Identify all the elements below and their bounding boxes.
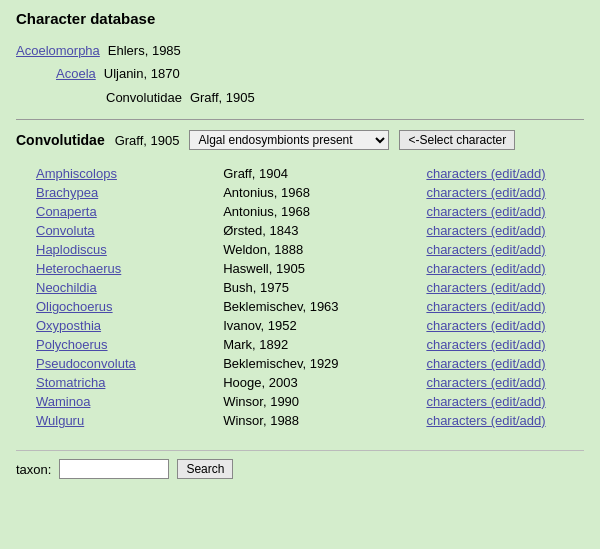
taxon-author: Haswell, 1905 [219,259,422,278]
taxa-table: AmphiscolopsGraff, 1904characters (edit/… [16,164,584,430]
taxon-author: Mark, 1892 [219,335,422,354]
table-row: HeterochaerusHaswell, 1905characters (ed… [16,259,584,278]
taxon-author: Antonius, 1968 [219,183,422,202]
taxon-characters-link[interactable]: characters (edit/add) [426,394,545,409]
bottom-bar: taxon: Search [16,450,584,487]
taxon-author: Antonius, 1968 [219,202,422,221]
table-row: NeochildiaBush, 1975characters (edit/add… [16,278,584,297]
breadcrumb-convolutidae-author: Graff, 1905 [190,86,255,109]
taxon-author: Weldon, 1888 [219,240,422,259]
table-row: OxyposthiaIvanov, 1952characters (edit/a… [16,316,584,335]
taxon-author: Beklemischev, 1963 [219,297,422,316]
table-row: WulguruWinsor, 1988characters (edit/add) [16,411,584,430]
taxon-name-link[interactable]: Neochildia [36,280,97,295]
taxon-author: Winsor, 1990 [219,392,422,411]
taxon-characters-link[interactable]: characters (edit/add) [426,356,545,371]
taxon-characters-link[interactable]: characters (edit/add) [426,185,545,200]
taxon-name-link[interactable]: Wulguru [36,413,84,428]
taxon-name-link[interactable]: Waminoa [36,394,90,409]
family-name: Convolutidae [16,132,105,148]
table-row: PolychoerusMark, 1892characters (edit/ad… [16,335,584,354]
breadcrumb-acoelomorpha-author: Ehlers, 1985 [108,39,181,62]
taxon-author: Ivanov, 1952 [219,316,422,335]
table-row: OligochoerusBeklemischev, 1963characters… [16,297,584,316]
select-character-button[interactable]: <-Select character [399,130,515,150]
taxon-author: Bush, 1975 [219,278,422,297]
taxon-characters-link[interactable]: characters (edit/add) [426,223,545,238]
taxon-characters-link[interactable]: characters (edit/add) [426,166,545,181]
taxon-name-link[interactable]: Amphiscolops [36,166,117,181]
breadcrumb-acoela[interactable]: Acoela [56,62,96,85]
taxon-name-link[interactable]: Heterochaerus [36,261,121,276]
taxon-characters-link[interactable]: characters (edit/add) [426,337,545,352]
taxon-author: Beklemischev, 1929 [219,354,422,373]
taxon-name-link[interactable]: Pseudoconvoluta [36,356,136,371]
table-row: WaminoaWinsor, 1990characters (edit/add) [16,392,584,411]
table-row: ConapertaAntonius, 1968characters (edit/… [16,202,584,221]
page-title: Character database [16,10,584,27]
divider [16,119,584,120]
table-row: HaplodiscusWeldon, 1888characters (edit/… [16,240,584,259]
taxon-label: taxon: [16,462,51,477]
taxon-name-link[interactable]: Polychoerus [36,337,108,352]
taxon-name-link[interactable]: Oxyposthia [36,318,101,333]
taxon-characters-link[interactable]: characters (edit/add) [426,299,545,314]
table-row: AmphiscolopsGraff, 1904characters (edit/… [16,164,584,183]
table-row: ConvolutaØrsted, 1843characters (edit/ad… [16,221,584,240]
search-button[interactable]: Search [177,459,233,479]
taxon-author: Ørsted, 1843 [219,221,422,240]
filter-bar: Convolutidae Graff, 1905 Algal endosymbi… [16,130,584,150]
table-row: StomatrichaHooge, 2003characters (edit/a… [16,373,584,392]
taxon-name-link[interactable]: Conaperta [36,204,97,219]
taxon-author: Hooge, 2003 [219,373,422,392]
breadcrumb: Acoelomorpha Ehlers, 1985 Acoela Uljanin… [16,39,584,109]
breadcrumb-convolutidae: Convolutidae [106,86,182,109]
taxon-characters-link[interactable]: characters (edit/add) [426,280,545,295]
taxon-characters-link[interactable]: characters (edit/add) [426,261,545,276]
table-row: PseudoconvolutaBeklemischev, 1929charact… [16,354,584,373]
taxon-name-link[interactable]: Oligochoerus [36,299,113,314]
taxon-name-link[interactable]: Brachypea [36,185,98,200]
taxon-name-link[interactable]: Haplodiscus [36,242,107,257]
breadcrumb-acoelomorpha[interactable]: Acoelomorpha [16,39,100,62]
taxon-characters-link[interactable]: characters (edit/add) [426,375,545,390]
taxon-characters-link[interactable]: characters (edit/add) [426,204,545,219]
family-year: Graff, 1905 [115,133,180,148]
taxon-characters-link[interactable]: characters (edit/add) [426,242,545,257]
taxon-name-link[interactable]: Convoluta [36,223,95,238]
table-row: BrachypeaAntonius, 1968characters (edit/… [16,183,584,202]
taxon-author: Graff, 1904 [219,164,422,183]
taxon-characters-link[interactable]: characters (edit/add) [426,318,545,333]
taxon-characters-link[interactable]: characters (edit/add) [426,413,545,428]
character-select[interactable]: Algal endosymbionts presentBody sizeEpid… [189,130,389,150]
breadcrumb-acoela-author: Uljanin, 1870 [104,62,180,85]
taxon-name-link[interactable]: Stomatricha [36,375,105,390]
taxon-input[interactable] [59,459,169,479]
taxon-author: Winsor, 1988 [219,411,422,430]
